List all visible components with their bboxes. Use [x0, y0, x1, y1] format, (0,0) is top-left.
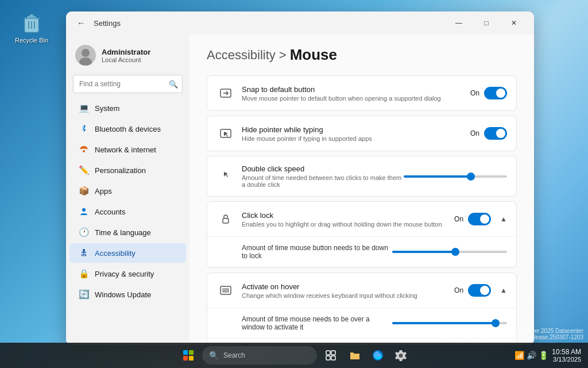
svg-rect-19: [326, 351, 330, 355]
user-profile[interactable]: Administrator Local Account: [66, 39, 189, 75]
window-title: Settings: [94, 19, 446, 28]
svg-point-6: [83, 150, 85, 152]
settings-window: ← Settings — □ ✕: [66, 12, 534, 345]
svg-point-7: [82, 208, 86, 212]
taskbar-search-bar[interactable]: 🔍 Search: [202, 346, 317, 365]
snap-to-default-row[interactable]: Snap to default button Move mouse pointe…: [207, 76, 516, 110]
file-explorer-taskbar-icon[interactable]: [345, 345, 365, 366]
double-click-text: Double click speed Amount of time needed…: [242, 164, 404, 188]
nav-label-accessibility: Accessibility: [95, 249, 136, 258]
activate-hover-toggle[interactable]: [468, 284, 491, 297]
svg-rect-17: [183, 356, 188, 361]
privacy-icon: 🔒: [79, 269, 89, 279]
edge-taskbar-icon[interactable]: [368, 345, 388, 366]
svg-rect-13: [222, 288, 229, 293]
search-icon: 🔍: [169, 80, 178, 89]
double-click-desc: Amount of time needed between two clicks…: [242, 174, 404, 188]
wifi-icon[interactable]: 📶: [514, 351, 524, 360]
hide-pointer-toggle-label: On: [470, 129, 479, 137]
nav-label-apps: Apps: [95, 187, 112, 195]
nav-item-time[interactable]: 🕐 Time & language: [69, 223, 186, 242]
nav-item-windows-update[interactable]: 🔄 Windows Update: [69, 285, 186, 304]
snap-toggle-knob: [496, 89, 505, 98]
nav-label-accounts: Accounts: [95, 208, 125, 216]
snap-toggle-wrapper: On: [470, 87, 507, 99]
avatar: [75, 45, 96, 66]
taskbar-search-icon: 🔍: [209, 351, 219, 360]
network-icon: [79, 144, 89, 155]
hide-pointer-toggle[interactable]: [484, 127, 507, 140]
breadcrumb: Accessibility > Mouse: [207, 46, 517, 64]
settings-taskbar-icon[interactable]: [390, 345, 411, 366]
task-view-button[interactable]: [319, 344, 342, 367]
nav-label-personalization: Personalization: [95, 166, 146, 175]
svg-rect-22: [331, 356, 335, 360]
minimize-button[interactable]: —: [446, 14, 472, 32]
clock-time: 10:58 AM: [552, 348, 581, 356]
activate-hover-toggle-wrapper: On ▲: [454, 284, 507, 297]
accounts-icon: [79, 206, 89, 217]
activate-hover-text: Activate on hover Change which window re…: [242, 282, 454, 299]
recycle-bin-label: Recycle Bin: [15, 37, 48, 44]
volume-icon[interactable]: 🔊: [527, 351, 536, 360]
user-info: Administrator Local Account: [102, 48, 150, 63]
accessibility-icon: [79, 248, 89, 258]
nav-label-system: System: [95, 104, 119, 113]
sidebar-search-input[interactable]: [73, 75, 183, 93]
activate-hover-title: Activate on hover: [242, 282, 454, 291]
click-lock-row[interactable]: Click lock Enables you to highlight or d…: [207, 202, 516, 237]
hide-pointer-row[interactable]: Hide pointer while typing Hide mouse poi…: [207, 116, 516, 151]
taskbar-search-label: Search: [223, 351, 245, 359]
taskbar-center: 🔍 Search: [177, 344, 411, 367]
close-button[interactable]: ✕: [501, 14, 527, 32]
activate-hover-toggle-label: On: [454, 286, 463, 294]
svg-rect-21: [326, 356, 330, 360]
time-icon: 🕐: [79, 227, 89, 237]
svg-point-8: [83, 249, 85, 251]
click-lock-toggle-wrapper: On ▲: [454, 213, 507, 225]
nav-item-accessibility[interactable]: Accessibility: [69, 243, 186, 263]
nav-label-network: Network & internet: [95, 145, 156, 154]
start-button[interactable]: [177, 344, 200, 367]
back-button[interactable]: ←: [73, 15, 89, 31]
snap-desc: Move mouse pointer to default button whe…: [242, 95, 470, 102]
click-lock-chevron-up-icon: ▲: [500, 215, 507, 223]
nav-item-apps[interactable]: 📦 Apps: [69, 181, 186, 201]
double-click-card: Double click speed Amount of time needed…: [207, 156, 517, 197]
window-controls: — □ ✕: [446, 14, 527, 32]
nav-item-system[interactable]: 💻 System: [69, 98, 186, 118]
nav-item-network[interactable]: Network & internet: [69, 140, 186, 159]
personalization-icon: ✏️: [79, 165, 89, 175]
click-lock-toggle[interactable]: [468, 213, 491, 225]
snap-title: Snap to default button: [242, 85, 470, 94]
svg-rect-15: [183, 350, 188, 355]
hide-pointer-card: Hide pointer while typing Hide mouse poi…: [207, 116, 517, 151]
nav-item-accounts[interactable]: Accounts: [69, 202, 186, 221]
snap-toggle-label: On: [470, 89, 479, 97]
title-bar: ← Settings — □ ✕: [66, 12, 534, 34]
hide-pointer-toggle-knob: [496, 129, 505, 138]
taskbar: 🔍 Search: [0, 343, 588, 368]
watermark-line1: Windows Server 2025 Datacenter: [436, 328, 583, 334]
click-lock-sub-label: Amount of time mouse button needs to be …: [242, 244, 392, 260]
nav-item-privacy[interactable]: 🔒 Privacy & security: [69, 264, 186, 283]
breadcrumb-current: Mouse: [290, 46, 337, 64]
activate-hover-row[interactable]: Activate on hover Change which window re…: [207, 273, 516, 308]
recycle-bin-icon[interactable]: Recycle Bin: [11, 12, 52, 44]
activate-hover-chevron-up-icon: ▲: [500, 286, 507, 294]
double-click-slider[interactable]: [404, 175, 507, 178]
activate-hover-icon: [216, 281, 235, 300]
nav-item-personalization[interactable]: ✏️ Personalization: [69, 160, 186, 180]
clock[interactable]: 10:58 AM 3/13/2025: [552, 348, 581, 363]
svg-rect-18: [189, 356, 194, 361]
snap-toggle[interactable]: [484, 87, 507, 99]
svg-rect-11: [223, 218, 229, 223]
snap-to-default-card: Snap to default button Move mouse pointe…: [207, 75, 517, 111]
maximize-button[interactable]: □: [473, 14, 500, 32]
battery-icon[interactable]: 🔋: [539, 351, 548, 360]
click-lock-toggle-knob: [480, 214, 489, 224]
nav-item-bluetooth[interactable]: Bluetooth & devices: [69, 119, 186, 139]
tray-icons: 📶 🔊 🔋: [514, 351, 548, 360]
activate-hover-slider[interactable]: [392, 322, 507, 324]
click-lock-slider[interactable]: [392, 251, 507, 253]
